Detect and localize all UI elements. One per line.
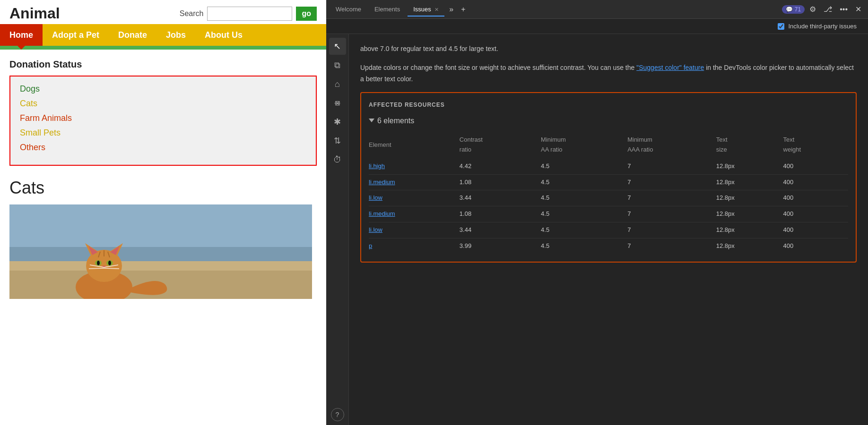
cell-min-aaa: 7: [627, 190, 716, 206]
element-link[interactable]: li.low: [369, 194, 382, 201]
cell-contrast: 1.08: [460, 174, 541, 190]
bug-icon[interactable]: ✱: [329, 113, 346, 130]
site-header: Animal Search go: [0, 0, 326, 22]
tab-issues[interactable]: Issues ✕: [408, 3, 444, 17]
cats-title: Cats: [9, 178, 317, 198]
col-element: Element: [369, 133, 460, 159]
site-title: Animal: [9, 5, 60, 22]
svg-rect-3: [9, 261, 312, 271]
cell-element: li.high: [369, 159, 460, 174]
donation-status-title: Donation Status: [9, 59, 317, 70]
col-text-weight: Textweight: [783, 133, 848, 159]
list-item: Dogs: [20, 84, 306, 94]
third-party-row: Include third-party issues: [326, 19, 868, 34]
table-row: li.high 4.42 4.5 7 12.8px 400: [369, 159, 848, 174]
tab-close-icon[interactable]: ✕: [434, 7, 439, 12]
search-input[interactable]: [207, 7, 292, 21]
cell-contrast: 3.99: [460, 238, 541, 254]
nav-donate[interactable]: Donate: [109, 24, 156, 46]
tab-elements[interactable]: Elements: [369, 3, 406, 16]
expand-icon[interactable]: [369, 119, 374, 122]
element-link[interactable]: li.low: [369, 226, 382, 233]
close-devtools-button[interactable]: ✕: [852, 3, 864, 16]
tab-welcome[interactable]: Welcome: [330, 3, 367, 16]
cell-contrast: 4.42: [460, 159, 541, 174]
cell-min-aa: 4.5: [541, 222, 627, 238]
element-link[interactable]: li.medium: [369, 178, 395, 186]
element-link[interactable]: p: [369, 242, 372, 249]
no-image-icon[interactable]: ⊠: [329, 94, 346, 111]
settings-button[interactable]: ⚙: [807, 3, 819, 16]
cell-text-weight: 400: [783, 174, 848, 190]
element-link[interactable]: li.high: [369, 162, 385, 170]
cell-text-size: 12.8px: [716, 174, 783, 190]
go-button[interactable]: go: [296, 7, 317, 21]
cell-text-weight: 400: [783, 190, 848, 206]
cell-text-size: 12.8px: [716, 222, 783, 238]
svg-line-18: [104, 268, 119, 269]
share-button[interactable]: ⎇: [821, 3, 835, 16]
copy-icon[interactable]: ⧉: [329, 57, 346, 74]
search-area: Search go: [180, 7, 317, 21]
website-panel: Animal Search go Home Adopt a Pet Donate…: [0, 0, 326, 425]
donation-list-box: Dogs Cats Farm Animals Small Pets Others: [9, 76, 317, 166]
home-icon[interactable]: ⌂: [329, 76, 346, 93]
svg-line-16: [89, 268, 104, 269]
cell-text-size: 12.8px: [716, 190, 783, 206]
help-icon[interactable]: ?: [331, 408, 344, 421]
issues-badge-icon: 💬: [786, 6, 794, 13]
nav-jobs[interactable]: Jobs: [156, 24, 195, 46]
nav-about[interactable]: About Us: [195, 24, 252, 46]
devtools-sidebar: ↖ ⧉ ⌂ ⊠ ✱ ⇅ ⏱ ?: [326, 34, 349, 425]
table-row: li.medium 1.08 4.5 7 12.8px 400: [369, 206, 848, 222]
svg-point-12: [97, 261, 100, 265]
element-link[interactable]: li.medium: [369, 210, 395, 217]
affected-resources-table: Element Contrastratio MinimumAA ratio Mi…: [369, 133, 848, 254]
cell-min-aaa: 7: [627, 238, 716, 254]
issues-text-block-1: above 7.0 for regular text and 4.5 for l…: [360, 43, 857, 55]
devtools-toolbar: Welcome Elements Issues ✕ » + 💬 71 ⚙ ⎇ •…: [326, 0, 868, 19]
table-header-row: Element Contrastratio MinimumAA ratio Mi…: [369, 133, 848, 159]
cell-min-aa: 4.5: [541, 206, 627, 222]
table-row: li.low 3.44 4.5 7 12.8px 400: [369, 222, 848, 238]
suggest-color-link[interactable]: "Suggest color" feature: [636, 64, 704, 71]
cell-min-aa: 4.5: [541, 190, 627, 206]
col-text-size: Textsize: [716, 133, 783, 159]
cell-min-aaa: 7: [627, 174, 716, 190]
table-row: li.low 3.44 4.5 7 12.8px 400: [369, 190, 848, 206]
list-item: Cats: [20, 99, 306, 109]
cats-section: Cats: [0, 178, 326, 299]
elements-count: 6 elements: [369, 115, 848, 127]
cell-min-aa: 4.5: [541, 174, 627, 190]
third-party-checkbox[interactable]: [778, 23, 784, 30]
cell-element: li.low: [369, 190, 460, 206]
measure-icon[interactable]: ⇅: [329, 132, 346, 149]
svg-rect-1: [9, 204, 312, 247]
cell-text-weight: 400: [783, 159, 848, 174]
green-line: [0, 46, 326, 50]
third-party-label: Include third-party issues: [788, 23, 857, 30]
cell-text-weight: 400: [783, 222, 848, 238]
more-tabs-button[interactable]: »: [446, 3, 456, 16]
cursor-icon[interactable]: ↖: [329, 38, 346, 55]
affected-resources-box: AFFECTED RESOURCES 6 elements Element Co…: [360, 92, 857, 262]
cell-text-weight: 400: [783, 206, 848, 222]
nav-adopt[interactable]: Adopt a Pet: [43, 24, 109, 46]
cell-element: li.medium: [369, 206, 460, 222]
cell-min-aa: 4.5: [541, 238, 627, 254]
cat-image-svg: [9, 204, 312, 299]
timer-icon[interactable]: ⏱: [329, 151, 346, 168]
svg-point-13: [108, 261, 111, 265]
search-label: Search: [180, 9, 204, 18]
nav-home[interactable]: Home: [0, 24, 43, 46]
more-options-button[interactable]: •••: [837, 3, 851, 16]
cell-element: li.medium: [369, 174, 460, 190]
nav-bar: Home Adopt a Pet Donate Jobs About Us: [0, 24, 326, 46]
cell-contrast: 1.08: [460, 206, 541, 222]
cell-contrast: 3.44: [460, 222, 541, 238]
add-tab-button[interactable]: +: [458, 3, 468, 16]
cats-image: [9, 204, 312, 299]
issues-badge: 💬 71: [782, 5, 805, 14]
list-item: Farm Animals: [20, 113, 306, 123]
cell-min-aa: 4.5: [541, 159, 627, 174]
